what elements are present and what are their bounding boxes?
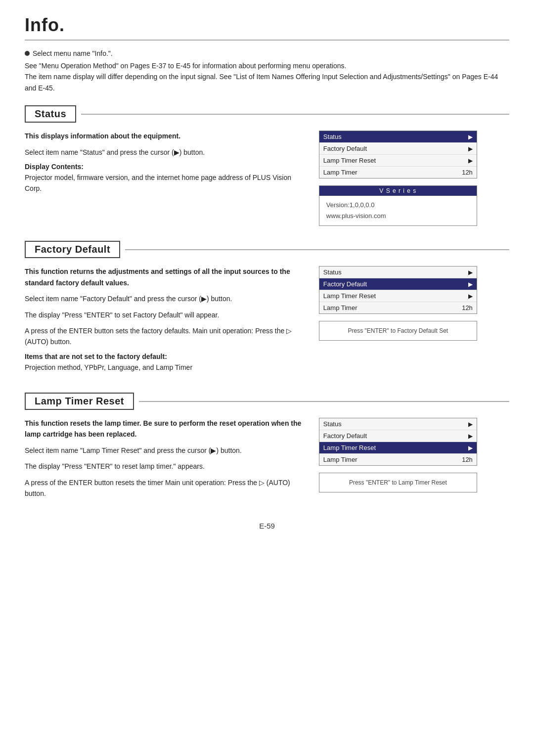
factory-desc2: The display "Press "ENTER" to set Factor…	[25, 310, 304, 320]
factory-right: Status ▶ Factory Default ▶ Lamp Timer Re…	[319, 266, 509, 378]
intro-bullet-text: Select menu name "Info.".	[33, 49, 113, 57]
lamp-menu-row-3: Lamp Timer 12h	[319, 454, 477, 465]
status-right: Status ▶ Factory Default ▶ Lamp Timer Re…	[319, 131, 509, 226]
page-number: E-59	[25, 522, 509, 530]
lamp-menu-box: Status ▶ Factory Default ▶ Lamp Timer Re…	[319, 418, 477, 466]
lamp-heading-line	[139, 401, 509, 402]
status-menu-label-2: Lamp Timer Reset	[323, 157, 376, 164]
factory-items-label: Items that are not set to the factory de…	[25, 353, 304, 360]
factory-heading-line	[125, 249, 509, 250]
lamp-menu-label-1: Factory Default	[323, 432, 367, 440]
status-menu-label-3: Lamp Timer	[323, 169, 357, 176]
lamp-desc2: The display "Press "ENTER" to reset lamp…	[25, 461, 304, 472]
factory-left: This function returns the adjustments an…	[25, 266, 304, 378]
lamp-menu-arrow-1: ▶	[468, 433, 473, 440]
factory-menu-label-1: Factory Default	[323, 280, 367, 288]
lamp-menu-arrow-2: ▶	[468, 445, 473, 451]
lamp-menu-value-3: 12h	[462, 456, 473, 463]
factory-desc3: A press of the ENTER button sets the fac…	[25, 325, 304, 348]
page-title: Info.	[25, 15, 509, 41]
display-contents-label: Display Contents:	[25, 163, 304, 171]
factory-heading-wrap: Factory Default	[25, 241, 509, 258]
status-menu-row-0: Status ▶	[319, 131, 477, 143]
factory-menu-arrow-1: ▶	[468, 281, 473, 288]
factory-menu-value-3: 12h	[462, 304, 473, 311]
lamp-content: This function resets the lamp timer. Be …	[25, 418, 509, 504]
vseries-box: V S e r i e s Version:1,0,0,0.0 www.plus…	[319, 185, 477, 226]
lamp-menu-arrow-0: ▶	[468, 421, 473, 428]
lamp-menu-label-2: Lamp Timer Reset	[323, 444, 376, 451]
status-desc-bold: This displays information about the equi…	[25, 131, 304, 141]
intro-paragraph: See "Menu Operation Method" on Pages E-3…	[25, 60, 509, 93]
intro-para1: See "Menu Operation Method" on Pages E-3…	[25, 62, 346, 70]
status-heading-line	[81, 114, 509, 115]
factory-menu-arrow-2: ▶	[468, 293, 473, 300]
status-menu-row-3: Lamp Timer 12h	[319, 167, 477, 178]
lamp-desc-bold: This function resets the lamp timer. Be …	[25, 418, 304, 440]
vseries-body: Version:1,0,0,0.0 www.plus-vision.com	[319, 196, 477, 225]
status-left: This displays information about the equi…	[25, 131, 304, 226]
factory-menu-box: Status ▶ Factory Default ▶ Lamp Timer Re…	[319, 266, 477, 314]
status-desc2: Projector model, firmware version, and t…	[25, 172, 304, 194]
lamp-desc1: Select item name "Lamp Timer Reset" and …	[25, 445, 304, 456]
status-menu-arrow-1: ▶	[468, 145, 473, 152]
vseries-header: V S e r i e s	[319, 186, 477, 196]
status-menu-arrow-2: ▶	[468, 157, 473, 164]
lamp-menu-label-3: Lamp Timer	[323, 456, 357, 463]
factory-menu-row-1: Factory Default ▶	[319, 278, 477, 290]
status-menu-arrow-0: ▶	[468, 133, 473, 140]
lamp-confirm-box: Press "ENTER" to Lamp Timer Reset	[319, 473, 477, 492]
lamp-right: Status ▶ Factory Default ▶ Lamp Timer Re…	[319, 418, 509, 504]
status-menu-row-2: Lamp Timer Reset ▶	[319, 155, 477, 167]
vseries-line2: www.plus-vision.com	[326, 211, 470, 222]
lamp-menu-label-0: Status	[323, 420, 342, 428]
factory-menu-label-0: Status	[323, 268, 342, 276]
lamp-menu-row-1: Factory Default ▶	[319, 430, 477, 442]
factory-items-text: Projection method, YPbPr, Language, and …	[25, 362, 304, 373]
factory-desc1: Select item name "Factory Default" and p…	[25, 293, 304, 304]
status-heading: Status	[25, 105, 76, 123]
factory-confirm-box: Press "ENTER" to Factory Default Set	[319, 321, 477, 341]
status-menu-label-0: Status	[323, 133, 342, 140]
status-menu-value-3: 12h	[462, 169, 473, 176]
factory-menu-label-3: Lamp Timer	[323, 304, 357, 311]
lamp-heading-wrap: Lamp Timer Reset	[25, 393, 509, 410]
status-heading-wrap: Status	[25, 105, 509, 123]
factory-desc-bold: This function returns the adjustments an…	[25, 266, 304, 288]
factory-menu-label-2: Lamp Timer Reset	[323, 292, 376, 300]
factory-menu-row-3: Lamp Timer 12h	[319, 302, 477, 313]
factory-menu-row-0: Status ▶	[319, 267, 477, 278]
factory-heading: Factory Default	[25, 241, 120, 258]
status-menu-box: Status ▶ Factory Default ▶ Lamp Timer Re…	[319, 131, 477, 178]
vseries-line1: Version:1,0,0,0.0	[326, 200, 470, 211]
lamp-left: This function resets the lamp timer. Be …	[25, 418, 304, 504]
status-menu-row-1: Factory Default ▶	[319, 143, 477, 155]
status-desc1: Select item name "Status" and press the …	[25, 147, 304, 158]
factory-content: This function returns the adjustments an…	[25, 266, 509, 378]
intro-para2: The item name display will differ depend…	[25, 73, 498, 91]
lamp-menu-row-0: Status ▶	[319, 418, 477, 430]
bullet-dot-icon	[25, 51, 30, 56]
lamp-heading: Lamp Timer Reset	[25, 393, 134, 410]
factory-menu-row-2: Lamp Timer Reset ▶	[319, 290, 477, 302]
status-menu-label-1: Factory Default	[323, 145, 367, 152]
intro-bullet: Select menu name "Info.".	[25, 49, 509, 57]
factory-menu-arrow-0: ▶	[468, 269, 473, 276]
lamp-desc3: A press of the ENTER button resets the t…	[25, 477, 304, 499]
status-content: This displays information about the equi…	[25, 131, 509, 226]
lamp-menu-row-2: Lamp Timer Reset ▶	[319, 442, 477, 454]
